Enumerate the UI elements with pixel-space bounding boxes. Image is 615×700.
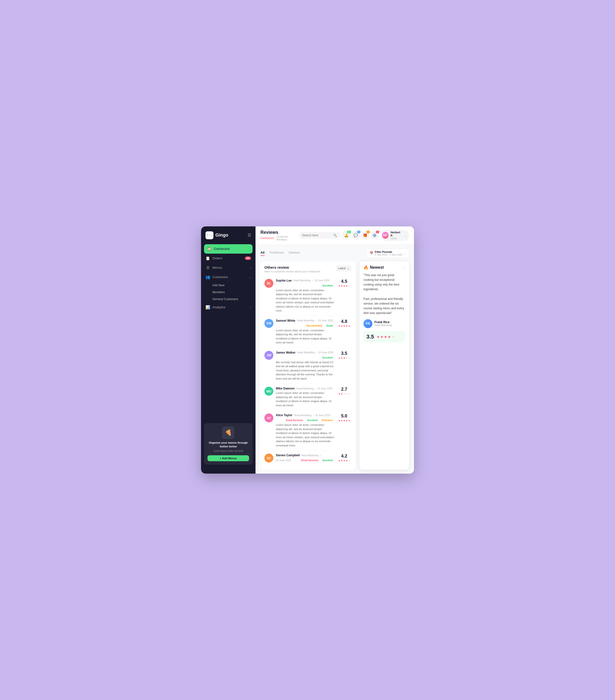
review-tag: Excelent xyxy=(306,418,319,422)
star-2: ★ xyxy=(380,335,383,339)
promo-icon: 🍕 xyxy=(222,427,234,439)
review-text: Lorem ipsum dolor sit amet, consectetur … xyxy=(276,391,334,407)
score-number: 3.5 xyxy=(337,351,352,356)
review-score: 4.5 ★★★★★ xyxy=(337,279,352,287)
star-3: ★ xyxy=(343,325,345,327)
review-text: Lorem ipsum dolor sit amet, consectetur … xyxy=(276,328,334,345)
notification-gift-button[interactable]: 🎁2 xyxy=(361,232,369,239)
page-title: Reviews xyxy=(260,230,299,235)
review-tag: Good Services xyxy=(299,459,320,462)
sidebar-item-label: Dashboard xyxy=(214,247,249,251)
sort-icon: ⌄ xyxy=(347,267,349,270)
star-5: ★ xyxy=(348,419,350,422)
review-content: Sophie Lee Head Marketing • 24 June 2020… xyxy=(276,279,334,313)
notification-message-button[interactable]: 💬5 xyxy=(352,232,360,239)
chevron-down-icon: ⌄ xyxy=(404,252,406,254)
reviewer-role: Head Marketing xyxy=(301,454,319,457)
hamburger-icon[interactable]: ☰ xyxy=(248,233,251,238)
star-5: ★ xyxy=(348,325,350,327)
subitem-add-new[interactable]: Add New xyxy=(212,282,256,289)
review-tags: Excelent xyxy=(321,284,334,288)
sort-button[interactable]: Latest ⌄ xyxy=(336,265,352,272)
tab-all[interactable]: All xyxy=(260,251,265,256)
review-content: Alice Taylor Head Marketing • 24 June 20… xyxy=(276,413,334,447)
logo-text: Gingo xyxy=(216,233,228,238)
search-box: 🔍 xyxy=(299,232,340,239)
add-menus-button[interactable]: + Add Menus xyxy=(208,455,249,461)
subitem-members[interactable]: Members xyxy=(212,289,256,296)
review-date: 24 June 2020 xyxy=(315,414,330,417)
review-tag: Excelent xyxy=(321,284,334,288)
reviewer-name: Alice Taylor xyxy=(276,413,292,417)
newest-reviewer-role: Head Marketing xyxy=(374,324,392,327)
gift-badge: 2 xyxy=(366,230,370,233)
review-date: 24 June 2020 xyxy=(318,319,333,322)
stars: ★★★★★ xyxy=(337,459,352,462)
review-text: Lorem ipsum dolor sit amet, consectetur … xyxy=(276,423,334,447)
main-content: Reviews Dashboard / Customer Reviews 🔍 🔔… xyxy=(256,226,414,474)
chevron-down-icon: ⌄ xyxy=(249,276,251,278)
header-right: 🔍 🔔12 💬5 🎁2 ⚙️1 xyxy=(299,230,409,241)
star-1: ★ xyxy=(338,285,341,287)
star-1: ★ xyxy=(338,357,341,359)
subitem-general-customers[interactable]: General Customers xyxy=(212,296,256,303)
filter-bar: All Published Deleted 📅 Filter Periode 4… xyxy=(260,249,409,258)
message-badge: 5 xyxy=(357,230,360,233)
review-meta: Alice Taylor Head Marketing • 24 June 20… xyxy=(276,413,334,422)
sidebar-item-analytics[interactable]: 📊 Analytics › xyxy=(201,303,256,312)
search-input[interactable] xyxy=(302,234,332,237)
stars: ★★★★★ xyxy=(337,419,352,422)
customers-icon: 👥 xyxy=(206,275,210,279)
notification-bell-button[interactable]: 🔔12 xyxy=(342,232,350,239)
sidebar-promo: 🍕 Organize your menus through button bel… xyxy=(204,423,253,465)
review-meta: Steven Campbell Head Marketing • 24 June… xyxy=(276,453,334,462)
review-score: 4.2 ★★★★★ xyxy=(337,453,352,462)
filter-period-button[interactable]: 📅 Filter Periode 4 Sep 2022 - 4 Sep 2022… xyxy=(366,249,409,258)
star-5: ★ xyxy=(348,459,350,462)
sidebar-item-orders[interactable]: 📋 Orders 25 xyxy=(201,254,256,263)
review-item: JW James Walker Head Marketing • 24 June… xyxy=(265,348,352,384)
star-4: ★ xyxy=(346,459,348,462)
star-3: ★ xyxy=(384,335,387,339)
star-3: ★ xyxy=(343,392,345,395)
review-text: We recently had dinner with friends at D… xyxy=(276,360,334,381)
reviewer-name: Sophie Lee xyxy=(276,279,292,282)
notification-settings-button[interactable]: ⚙️1 xyxy=(371,232,379,239)
sidebar-item-dashboard[interactable]: 🏠 Dashboard xyxy=(204,244,253,254)
tab-published[interactable]: Published xyxy=(270,251,284,256)
review-item: SL Sophie Lee Head Marketing • 24 June 2… xyxy=(265,276,352,316)
reviewer-avatar: AT xyxy=(265,413,273,422)
review-tags: Good ServicesExcelent xyxy=(299,459,334,462)
sidebar-item-customers[interactable]: 👥 Customers ⌄ xyxy=(201,272,256,282)
stars: ★★★★★ xyxy=(337,325,352,327)
score-number: 4.8 xyxy=(337,319,352,324)
review-tag: Excelent xyxy=(321,459,334,462)
newest-card: 🔥 Newest › "This was not just great cook… xyxy=(359,261,409,470)
menus-icon: ☰ xyxy=(206,265,210,270)
customers-subitems: Add New Members General Customers xyxy=(201,282,256,303)
score-number: 2.7 xyxy=(337,387,352,392)
newest-arrow[interactable]: › xyxy=(404,266,405,269)
reviews-section: Others review Here is customer review ab… xyxy=(260,261,409,470)
newest-reviewer-info: Frank Rice Head Marketing xyxy=(374,321,392,327)
analytics-icon: 📊 xyxy=(206,305,210,310)
reviewer-avatar: SL xyxy=(265,279,273,288)
sidebar-item-menus[interactable]: ☰ Menus › xyxy=(201,263,256,272)
star-4: ★ xyxy=(346,392,348,395)
star-3: ★ xyxy=(343,357,345,359)
sort-label: Latest xyxy=(338,267,346,270)
breadcrumb-home[interactable]: Dashboard xyxy=(260,237,274,239)
newest-title: 🔥 Newest xyxy=(364,265,384,270)
reviews-list-title: Others review xyxy=(265,265,320,270)
user-profile[interactable]: HP Herbert P. Admin ⌄ xyxy=(381,230,409,241)
newest-quote: "This was not just great cooking but exc… xyxy=(364,273,405,316)
star-2: ★ xyxy=(341,459,343,462)
tab-deleted[interactable]: Deleted xyxy=(289,251,300,256)
reviewer-avatar: SC xyxy=(265,453,273,462)
breadcrumb-separator: / xyxy=(275,237,275,239)
sidebar-header: 🍽️ Gingo ☰ xyxy=(201,232,256,244)
star-5: ★ xyxy=(348,285,350,287)
review-tags: RecomendedGreat xyxy=(305,324,334,328)
sidebar-item-label: Customers xyxy=(212,275,247,279)
chevron-right-icon: › xyxy=(250,306,251,309)
